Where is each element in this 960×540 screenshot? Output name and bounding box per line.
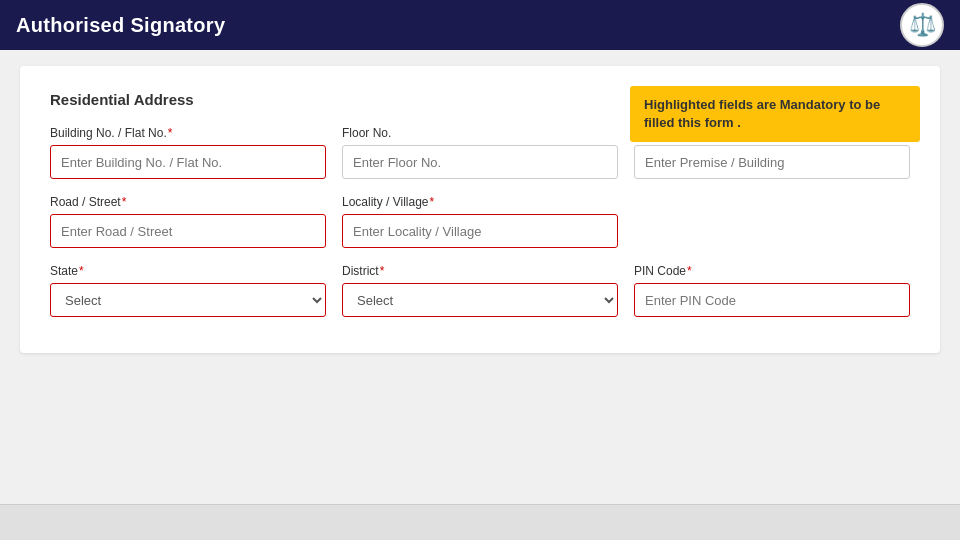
required-star-road: * xyxy=(122,195,127,209)
required-star-locality: * xyxy=(430,195,435,209)
form-card: Highlighted fields are Mandatory to be f… xyxy=(20,66,940,353)
page-title: Authorised Signatory xyxy=(16,14,225,37)
pincode-label: PIN Code* xyxy=(634,264,910,278)
locality-group: Locality / Village* xyxy=(342,195,618,248)
state-select[interactable]: Select xyxy=(50,283,326,317)
logo-emblem: ⚖️ xyxy=(909,12,936,38)
required-star: * xyxy=(168,126,173,140)
road-group: Road / Street* xyxy=(50,195,326,248)
premise-input[interactable] xyxy=(634,145,910,179)
road-label: Road / Street* xyxy=(50,195,326,209)
road-input[interactable] xyxy=(50,214,326,248)
building-label: Building No. / Flat No.* xyxy=(50,126,326,140)
pincode-group: PIN Code* xyxy=(634,264,910,317)
header: Authorised Signatory ⚖️ xyxy=(0,0,960,50)
form-row-2: Road / Street* Locality / Village* xyxy=(50,195,910,248)
logo: ⚖️ xyxy=(900,3,944,47)
form-row-3: State* Select District* Select PIN Code* xyxy=(50,264,910,317)
footer-bar xyxy=(0,504,960,540)
locality-label: Locality / Village* xyxy=(342,195,618,209)
required-star-district: * xyxy=(380,264,385,278)
floor-input[interactable] xyxy=(342,145,618,179)
mandatory-notice: Highlighted fields are Mandatory to be f… xyxy=(630,86,920,142)
floor-label: Floor No. xyxy=(342,126,618,140)
pincode-input[interactable] xyxy=(634,283,910,317)
district-group: District* Select xyxy=(342,264,618,317)
state-group: State* Select xyxy=(50,264,326,317)
district-label: District* xyxy=(342,264,618,278)
locality-input[interactable] xyxy=(342,214,618,248)
building-input[interactable] xyxy=(50,145,326,179)
floor-group: Floor No. xyxy=(342,126,618,179)
district-select[interactable]: Select xyxy=(342,283,618,317)
required-star-state: * xyxy=(79,264,84,278)
required-star-pin: * xyxy=(687,264,692,278)
building-group: Building No. / Flat No.* xyxy=(50,126,326,179)
state-label: State* xyxy=(50,264,326,278)
